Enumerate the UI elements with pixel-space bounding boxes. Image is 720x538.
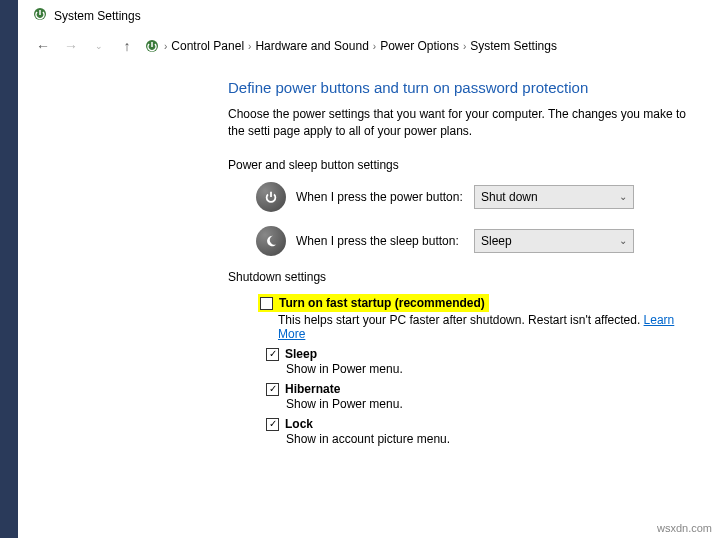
- chevron-down-icon: ⌄: [619, 235, 627, 246]
- sleep-button-dropdown[interactable]: Sleep ⌄: [474, 229, 634, 253]
- sleep-desc: Show in Power menu.: [286, 362, 700, 376]
- lock-checkbox[interactable]: [266, 418, 279, 431]
- desktop-sliver: [0, 0, 18, 538]
- titlebar: System Settings: [18, 0, 720, 27]
- chevron-down-icon: ⌄: [619, 191, 627, 202]
- navbar: ← → ⌄ ↑ › Control Panel › Hardware and S…: [18, 27, 720, 67]
- chevron-right-icon: ›: [463, 41, 466, 52]
- back-button[interactable]: ←: [32, 35, 54, 57]
- dropdown-value: Sleep: [481, 234, 512, 248]
- sleep-button-row: When I press the sleep button: Sleep ⌄: [256, 226, 700, 256]
- sleep-row: Sleep: [266, 347, 700, 361]
- window-title: System Settings: [54, 9, 141, 23]
- chevron-right-icon: ›: [164, 41, 167, 52]
- power-button-row: When I press the power button: Shut down…: [256, 182, 700, 212]
- power-icon: [256, 182, 286, 212]
- sleep-label: Sleep: [285, 347, 317, 361]
- hibernate-desc: Show in Power menu.: [286, 397, 700, 411]
- dropdown-value: Shut down: [481, 190, 538, 204]
- section-power-sleep-label: Power and sleep button settings: [228, 158, 700, 172]
- power-button-label: When I press the power button:: [296, 190, 464, 204]
- sleep-button-label: When I press the sleep button:: [296, 234, 464, 248]
- lock-label: Lock: [285, 417, 313, 431]
- recent-dropdown[interactable]: ⌄: [88, 35, 110, 57]
- hibernate-label: Hibernate: [285, 382, 340, 396]
- fast-startup-desc: This helps start your PC faster after sh…: [278, 313, 700, 341]
- fast-startup-checkbox[interactable]: [260, 297, 273, 310]
- forward-button: →: [60, 35, 82, 57]
- page-title: Define power buttons and turn on passwor…: [228, 79, 700, 96]
- section-shutdown-label: Shutdown settings: [228, 270, 700, 284]
- hibernate-checkbox[interactable]: [266, 383, 279, 396]
- chevron-right-icon: ›: [248, 41, 251, 52]
- up-button[interactable]: ↑: [116, 35, 138, 57]
- lock-row: Lock: [266, 417, 700, 431]
- power-options-icon: [144, 38, 160, 54]
- moon-icon: [256, 226, 286, 256]
- power-options-icon: [32, 6, 48, 25]
- chevron-right-icon: ›: [373, 41, 376, 52]
- fast-startup-label: Turn on fast startup (recommended): [279, 296, 485, 310]
- breadcrumb-item[interactable]: Power Options: [380, 39, 459, 53]
- power-button-dropdown[interactable]: Shut down ⌄: [474, 185, 634, 209]
- breadcrumb[interactable]: › Control Panel › Hardware and Sound › P…: [144, 38, 557, 54]
- hibernate-row: Hibernate: [266, 382, 700, 396]
- lock-desc: Show in account picture menu.: [286, 432, 700, 446]
- breadcrumb-item[interactable]: System Settings: [470, 39, 557, 53]
- fast-startup-row: Turn on fast startup (recommended): [258, 294, 700, 312]
- sleep-checkbox[interactable]: [266, 348, 279, 361]
- breadcrumb-item[interactable]: Control Panel: [171, 39, 244, 53]
- page-description: Choose the power settings that you want …: [228, 106, 700, 140]
- breadcrumb-item[interactable]: Hardware and Sound: [255, 39, 368, 53]
- watermark: wsxdn.com: [657, 522, 712, 534]
